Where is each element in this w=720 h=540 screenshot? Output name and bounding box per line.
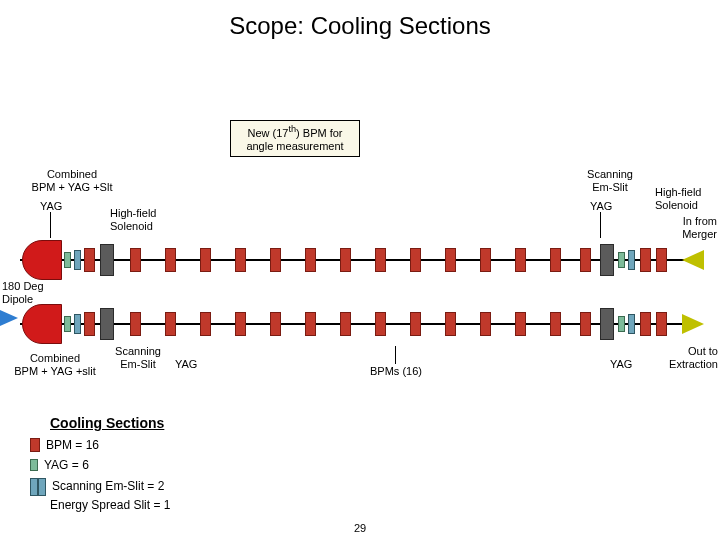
bpm-icon: [200, 248, 211, 272]
label-bpms-count: BPMs (16): [370, 365, 422, 378]
legend-bpm-text: BPM = 16: [46, 438, 99, 452]
label-scanning-bottom-l2: Em-Slit: [120, 358, 155, 370]
bpm-icon: [480, 312, 491, 336]
label-hf-solenoid-top-right-l2: Solenoid: [655, 199, 698, 211]
bpm-icon: [235, 312, 246, 336]
label-hf-solenoid-top-right: High-field Solenoid: [655, 186, 701, 212]
pointer-line: [50, 212, 51, 238]
bpm-icon: [445, 312, 456, 336]
label-dipole-l1: 180 Deg: [2, 280, 44, 292]
pointer-line: [395, 346, 396, 364]
label-combined-bottom: Combined BPM + YAG +slit: [5, 352, 105, 378]
slit-swatch-icon: [30, 478, 46, 494]
bpm-icon: [165, 248, 176, 272]
bpm-icon: [165, 312, 176, 336]
bpm-swatch-icon: [30, 438, 40, 452]
dipole-icon: [22, 304, 62, 344]
label-in-from-merger-l1: In from: [683, 215, 717, 227]
callout-new-bpm-sup: th: [288, 124, 296, 134]
label-yag-top-left: YAG: [40, 200, 62, 213]
arrow-right-icon: [682, 314, 704, 334]
bpm-icon: [200, 312, 211, 336]
label-combined-top-l2: BPM + YAG +Slt: [32, 181, 113, 193]
bpm-icon: [515, 248, 526, 272]
label-combined-top-l1: Combined: [47, 168, 97, 180]
solenoid-icon: [100, 244, 114, 276]
label-yag-top-right: YAG: [590, 200, 612, 213]
bpm-icon: [375, 248, 386, 272]
legend-row-scanning: Scanning Em-Slit = 2: [30, 478, 164, 494]
bpm-icon: [270, 312, 281, 336]
bpm-icon: [305, 312, 316, 336]
label-hf-solenoid-top-left-l2: Solenoid: [110, 220, 153, 232]
bpm-icon: [550, 312, 561, 336]
bpm-icon: [305, 248, 316, 272]
bpm-icon: [270, 248, 281, 272]
bpm-icon: [340, 248, 351, 272]
label-out-extraction: Out to Extraction: [660, 345, 718, 371]
callout-new-bpm-text1b: ) BPM for: [296, 127, 342, 139]
bpm-icon: [515, 312, 526, 336]
beamline-bottom: [20, 302, 700, 346]
bpm-icon: [480, 248, 491, 272]
yag-icon: [618, 316, 625, 332]
label-scanning-em-slit-top-l2: Em-Slit: [592, 181, 627, 193]
solenoid-icon: [100, 308, 114, 340]
arrow-right-icon: [0, 310, 18, 326]
legend-title: Cooling Sections: [50, 415, 164, 431]
label-out-extraction-l2: Extraction: [669, 358, 718, 370]
legend-row-yag: YAG = 6: [30, 458, 89, 472]
legend-row-bpm: BPM = 16: [30, 438, 99, 452]
label-hf-solenoid-top-left: High-field Solenoid: [110, 207, 156, 233]
legend-yag-text: YAG = 6: [44, 458, 89, 472]
label-combined-bottom-l1: Combined: [30, 352, 80, 364]
bpm-icon: [84, 248, 95, 272]
slit-icon: [628, 314, 635, 334]
bpm-icon: [340, 312, 351, 336]
bpm-icon: [235, 248, 246, 272]
page-title: Scope: Cooling Sections: [0, 12, 720, 40]
label-hf-solenoid-top-right-l1: High-field: [655, 186, 701, 198]
label-out-extraction-l1: Out to: [688, 345, 718, 357]
bpm-icon: [550, 248, 561, 272]
bpm-icon: [656, 248, 667, 272]
bpm-icon: [445, 248, 456, 272]
bpm-icon: [656, 312, 667, 336]
bpm-icon: [640, 312, 651, 336]
bpm-icon: [580, 312, 591, 336]
slit-icon: [628, 250, 635, 270]
legend-row-energy: Energy Spread Slit = 1: [50, 498, 170, 512]
label-scanning-bottom-l1: Scanning: [115, 345, 161, 357]
yag-swatch-icon: [30, 459, 38, 471]
dipole-icon: [22, 240, 62, 280]
yag-icon: [618, 252, 625, 268]
rail: [20, 323, 700, 325]
label-scanning-em-slit-top: Scanning Em-Slit: [575, 168, 645, 194]
bpm-icon: [84, 312, 95, 336]
label-scanning-em-slit-top-l1: Scanning: [587, 168, 633, 180]
bpm-icon: [410, 312, 421, 336]
bpm-icon: [130, 312, 141, 336]
slit-icon: [74, 250, 81, 270]
bpm-icon: [640, 248, 651, 272]
legend-energy-text: Energy Spread Slit = 1: [50, 498, 170, 512]
bpm-icon: [410, 248, 421, 272]
yag-icon: [64, 316, 71, 332]
label-scanning-bottom: Scanning Em-Slit: [108, 345, 168, 371]
label-yag-bottom-right: YAG: [610, 358, 632, 371]
label-yag-bottom-left: YAG: [175, 358, 197, 371]
label-hf-solenoid-top-left-l1: High-field: [110, 207, 156, 219]
label-combined-top: Combined BPM + YAG +Slt: [22, 168, 122, 194]
label-combined-bottom-l2: BPM + YAG +slit: [14, 365, 96, 377]
callout-new-bpm-text1: New (17: [247, 127, 288, 139]
bpm-icon: [580, 248, 591, 272]
callout-new-bpm: New (17th) BPM for angle measurement: [230, 120, 360, 157]
bpm-icon: [375, 312, 386, 336]
callout-new-bpm-text2: angle measurement: [246, 140, 343, 152]
beamline-top: [20, 238, 700, 282]
legend-scanning-text: Scanning Em-Slit = 2: [52, 479, 164, 493]
bpm-icon: [130, 248, 141, 272]
pointer-line: [600, 212, 601, 238]
arrow-left-icon: [682, 250, 704, 270]
solenoid-icon: [600, 308, 614, 340]
